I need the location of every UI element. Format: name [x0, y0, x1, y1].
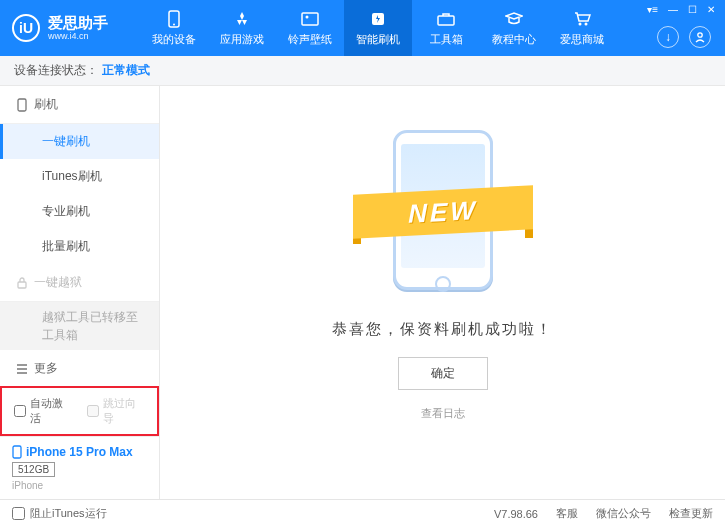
sidebar-section-jailbreak: 一键越狱	[0, 264, 159, 302]
checkbox-input[interactable]	[14, 405, 26, 417]
sidebar-section-flash[interactable]: 刷机	[0, 86, 159, 124]
nav-apps[interactable]: 应用游戏	[208, 0, 276, 56]
nav-label: 我的设备	[152, 32, 196, 47]
phone-small-icon	[16, 98, 28, 112]
logo-icon: iU	[12, 14, 40, 42]
image-icon	[301, 10, 319, 28]
device-icon	[12, 445, 22, 459]
device-type: iPhone	[12, 480, 147, 491]
footer-block-itunes[interactable]: 阻止iTunes运行	[12, 506, 107, 521]
window-controls: ▾≡ — ☐ ✕	[647, 4, 715, 15]
sidebar-item-batch[interactable]: 批量刷机	[0, 229, 159, 264]
toolbox-icon	[437, 10, 455, 28]
body: 刷机 一键刷机 iTunes刷机 专业刷机 批量刷机 一键越狱 越狱工具已转移至…	[0, 86, 725, 499]
maximize-icon[interactable]: ☐	[688, 4, 697, 15]
storage-badge: 512GB	[12, 462, 55, 477]
nav-label: 爱思商城	[560, 32, 604, 47]
app-url: www.i4.cn	[48, 31, 108, 41]
svg-point-7	[585, 22, 588, 25]
list-icon	[16, 364, 28, 374]
status-bar: 设备连接状态： 正常模式	[0, 56, 725, 86]
device-name-text: iPhone 15 Pro Max	[26, 445, 133, 459]
footer: 阻止iTunes运行 V7.98.66 客服 微信公众号 检查更新	[0, 499, 725, 527]
nav-label: 工具箱	[430, 32, 463, 47]
svg-rect-2	[302, 13, 318, 25]
user-button[interactable]	[689, 26, 711, 48]
checkbox-label: 跳过向导	[103, 396, 146, 426]
sidebar-section-more[interactable]: 更多	[0, 350, 159, 386]
sidebar-item-pro[interactable]: 专业刷机	[0, 194, 159, 229]
success-illustration: NEW	[363, 120, 523, 300]
main-content: NEW 恭喜您，保资料刷机成功啦！ 确定 查看日志	[160, 86, 725, 499]
nav-label: 智能刷机	[356, 32, 400, 47]
device-name: iPhone 15 Pro Max	[12, 445, 147, 459]
checkbox-input	[87, 405, 99, 417]
nav-label: 铃声壁纸	[288, 32, 332, 47]
nav-tutorial[interactable]: 教程中心	[480, 0, 548, 56]
section-label: 更多	[34, 360, 58, 377]
svg-rect-5	[438, 16, 454, 25]
download-button[interactable]: ↓	[657, 26, 679, 48]
new-banner: NEW	[353, 185, 533, 238]
ok-button[interactable]: 确定	[398, 357, 488, 390]
close-icon[interactable]: ✕	[707, 4, 715, 15]
apps-icon	[233, 10, 251, 28]
minimize-icon[interactable]: —	[668, 4, 678, 15]
sidebar: 刷机 一键刷机 iTunes刷机 专业刷机 批量刷机 一键越狱 越狱工具已转移至…	[0, 86, 160, 499]
cart-icon	[573, 10, 591, 28]
version-label: V7.98.66	[494, 508, 538, 520]
nav-my-device[interactable]: 我的设备	[140, 0, 208, 56]
svg-rect-9	[18, 99, 26, 111]
nav-flash[interactable]: 智能刷机	[344, 0, 412, 56]
device-info[interactable]: iPhone 15 Pro Max 512GB iPhone	[0, 436, 159, 499]
wechat-link[interactable]: 微信公众号	[596, 506, 651, 521]
svg-point-3	[306, 15, 309, 18]
svg-rect-11	[13, 446, 21, 458]
section-label: 一键越狱	[34, 274, 82, 291]
support-link[interactable]: 客服	[556, 506, 578, 521]
nav-toolbox[interactable]: 工具箱	[412, 0, 480, 56]
sidebar-item-oneclick[interactable]: 一键刷机	[0, 124, 159, 159]
menu-icon[interactable]: ▾≡	[647, 4, 658, 15]
checkbox-skip-guide[interactable]: 跳过向导	[87, 396, 146, 426]
status-value: 正常模式	[102, 62, 150, 79]
block-itunes-label: 阻止iTunes运行	[30, 506, 107, 521]
checkbox-label: 自动激活	[30, 396, 73, 426]
checkbox-auto-activate[interactable]: 自动激活	[14, 396, 73, 426]
status-label: 设备连接状态：	[14, 62, 98, 79]
svg-point-8	[698, 33, 702, 37]
nav-store[interactable]: 爱思商城	[548, 0, 616, 56]
app-name: 爱思助手	[48, 15, 108, 32]
flash-icon	[369, 10, 387, 28]
svg-rect-10	[18, 282, 26, 288]
nav-label: 教程中心	[492, 32, 536, 47]
phone-home-illus	[435, 276, 451, 292]
app-header: iU 爱思助手 www.i4.cn 我的设备 应用游戏 铃声壁纸 智能刷机 工具…	[0, 0, 725, 56]
nav-label: 应用游戏	[220, 32, 264, 47]
phone-icon	[165, 10, 183, 28]
sidebar-item-jailbreak-moved: 越狱工具已转移至工具箱	[0, 302, 159, 350]
check-update-link[interactable]: 检查更新	[669, 506, 713, 521]
sidebar-item-itunes[interactable]: iTunes刷机	[0, 159, 159, 194]
logo-area: iU 爱思助手 www.i4.cn	[12, 14, 140, 42]
view-log-link[interactable]: 查看日志	[421, 406, 465, 421]
svg-point-6	[579, 22, 582, 25]
section-label: 刷机	[34, 96, 58, 113]
nav-ringtone[interactable]: 铃声壁纸	[276, 0, 344, 56]
options-box: 自动激活 跳过向导	[0, 386, 159, 436]
tutorial-icon	[505, 10, 523, 28]
lock-icon	[16, 277, 28, 289]
success-message: 恭喜您，保资料刷机成功啦！	[332, 320, 553, 339]
svg-point-1	[173, 23, 175, 25]
block-itunes-checkbox[interactable]	[12, 507, 25, 520]
header-actions: ↓	[657, 26, 711, 48]
main-nav: 我的设备 应用游戏 铃声壁纸 智能刷机 工具箱 教程中心 爱思商城	[140, 0, 616, 56]
